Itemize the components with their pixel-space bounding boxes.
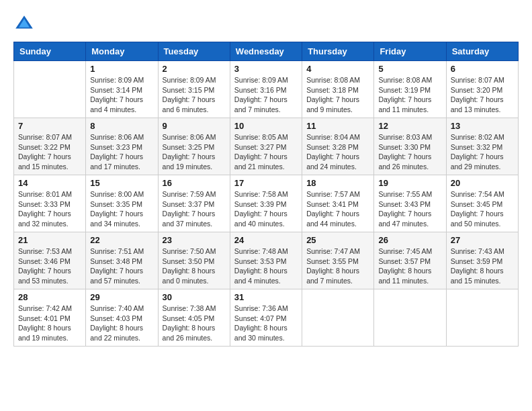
calendar-cell-w5-d4 xyxy=(302,289,374,347)
week-row-1: 1Sunrise: 8:09 AMSunset: 3:14 PMDaylight… xyxy=(14,61,519,118)
day-info: Sunrise: 8:02 AMSunset: 3:32 PMDaylight:… xyxy=(451,132,514,172)
day-info: Sunrise: 8:07 AMSunset: 3:22 PMDaylight:… xyxy=(18,132,81,172)
day-info: Sunrise: 8:07 AMSunset: 3:20 PMDaylight:… xyxy=(451,75,514,115)
calendar-cell-w1-d6: 6Sunrise: 8:07 AMSunset: 3:20 PMDaylight… xyxy=(446,61,518,118)
calendar-cell-w1-d1: 1Sunrise: 8:09 AMSunset: 3:14 PMDaylight… xyxy=(86,61,158,118)
day-number: 8 xyxy=(90,121,153,131)
calendar-cell-w5-d0: 28Sunrise: 7:42 AMSunset: 4:01 PMDayligh… xyxy=(14,289,86,347)
calendar-body: 1Sunrise: 8:09 AMSunset: 3:14 PMDaylight… xyxy=(14,61,519,347)
calendar-cell-w2-d3: 10Sunrise: 8:05 AMSunset: 3:27 PMDayligh… xyxy=(230,118,302,175)
day-info: Sunrise: 7:51 AMSunset: 3:48 PMDaylight:… xyxy=(90,246,153,286)
calendar-cell-w4-d4: 25Sunrise: 7:47 AMSunset: 3:55 PMDayligh… xyxy=(302,232,374,289)
calendar-cell-w1-d2: 2Sunrise: 8:09 AMSunset: 3:15 PMDaylight… xyxy=(158,61,230,118)
day-number: 20 xyxy=(451,178,514,188)
logo xyxy=(13,13,38,35)
col-thursday: Thursday xyxy=(302,42,374,61)
calendar-cell-w4-d3: 24Sunrise: 7:48 AMSunset: 3:53 PMDayligh… xyxy=(230,232,302,289)
day-number: 14 xyxy=(18,178,81,188)
day-number: 7 xyxy=(18,121,81,131)
day-number: 11 xyxy=(306,121,369,131)
calendar-cell-w5-d5 xyxy=(374,289,446,347)
day-info: Sunrise: 7:38 AMSunset: 4:05 PMDaylight:… xyxy=(163,304,226,343)
col-sunday: Sunday xyxy=(14,42,86,61)
calendar-cell-w1-d5: 5Sunrise: 8:08 AMSunset: 3:19 PMDaylight… xyxy=(374,61,446,118)
calendar-cell-w3-d0: 14Sunrise: 8:01 AMSunset: 3:33 PMDayligh… xyxy=(14,175,86,232)
calendar-cell-w4-d2: 23Sunrise: 7:50 AMSunset: 3:50 PMDayligh… xyxy=(158,232,230,289)
day-number: 30 xyxy=(163,292,226,302)
day-info: Sunrise: 7:58 AMSunset: 3:39 PMDaylight:… xyxy=(234,189,298,229)
calendar-cell-w5-d1: 29Sunrise: 7:40 AMSunset: 4:03 PMDayligh… xyxy=(86,289,158,347)
day-number: 9 xyxy=(163,121,226,131)
day-number: 17 xyxy=(234,178,298,188)
day-info: Sunrise: 8:00 AMSunset: 3:35 PMDaylight:… xyxy=(90,189,153,229)
day-number: 5 xyxy=(378,64,441,74)
day-info: Sunrise: 7:50 AMSunset: 3:50 PMDaylight:… xyxy=(163,246,226,286)
day-number: 10 xyxy=(234,121,298,131)
day-number: 4 xyxy=(306,64,369,74)
day-number: 21 xyxy=(18,235,81,245)
calendar-cell-w2-d6: 13Sunrise: 8:02 AMSunset: 3:32 PMDayligh… xyxy=(446,118,518,175)
day-info: Sunrise: 8:03 AMSunset: 3:30 PMDaylight:… xyxy=(378,132,441,172)
day-number: 2 xyxy=(163,64,226,74)
day-number: 29 xyxy=(90,292,153,302)
calendar-cell-w1-d4: 4Sunrise: 8:08 AMSunset: 3:18 PMDaylight… xyxy=(302,61,374,118)
day-number: 12 xyxy=(378,121,441,131)
day-info: Sunrise: 8:05 AMSunset: 3:27 PMDaylight:… xyxy=(234,132,298,172)
calendar-cell-w2-d2: 9Sunrise: 8:06 AMSunset: 3:25 PMDaylight… xyxy=(158,118,230,175)
day-info: Sunrise: 8:01 AMSunset: 3:33 PMDaylight:… xyxy=(18,189,81,229)
day-info: Sunrise: 7:42 AMSunset: 4:01 PMDaylight:… xyxy=(18,304,81,343)
day-info: Sunrise: 7:45 AMSunset: 3:57 PMDaylight:… xyxy=(378,246,441,286)
col-saturday: Saturday xyxy=(446,42,518,61)
day-number: 13 xyxy=(451,121,514,131)
col-friday: Friday xyxy=(374,42,446,61)
day-number: 16 xyxy=(163,178,226,188)
week-row-4: 21Sunrise: 7:53 AMSunset: 3:46 PMDayligh… xyxy=(14,232,519,289)
day-info: Sunrise: 7:36 AMSunset: 4:07 PMDaylight:… xyxy=(234,304,298,343)
day-info: Sunrise: 7:54 AMSunset: 3:45 PMDaylight:… xyxy=(451,189,514,229)
header-row: Sunday Monday Tuesday Wednesday Thursday… xyxy=(14,42,519,61)
calendar-cell-w1-d3: 3Sunrise: 8:09 AMSunset: 3:16 PMDaylight… xyxy=(230,61,302,118)
calendar-cell-w3-d4: 18Sunrise: 7:57 AMSunset: 3:41 PMDayligh… xyxy=(302,175,374,232)
day-number: 22 xyxy=(90,235,153,245)
day-info: Sunrise: 8:09 AMSunset: 3:16 PMDaylight:… xyxy=(234,75,298,115)
calendar-cell-w2-d5: 12Sunrise: 8:03 AMSunset: 3:30 PMDayligh… xyxy=(374,118,446,175)
day-number: 24 xyxy=(234,235,298,245)
day-info: Sunrise: 7:47 AMSunset: 3:55 PMDaylight:… xyxy=(306,246,369,286)
week-row-5: 28Sunrise: 7:42 AMSunset: 4:01 PMDayligh… xyxy=(14,289,519,347)
calendar-cell-w4-d6: 27Sunrise: 7:43 AMSunset: 3:59 PMDayligh… xyxy=(446,232,518,289)
day-info: Sunrise: 8:09 AMSunset: 3:15 PMDaylight:… xyxy=(163,75,226,115)
calendar-cell-w4-d1: 22Sunrise: 7:51 AMSunset: 3:48 PMDayligh… xyxy=(86,232,158,289)
day-info: Sunrise: 8:08 AMSunset: 3:19 PMDaylight:… xyxy=(378,75,441,115)
calendar-cell-w2-d1: 8Sunrise: 8:06 AMSunset: 3:23 PMDaylight… xyxy=(86,118,158,175)
calendar-cell-w5-d2: 30Sunrise: 7:38 AMSunset: 4:05 PMDayligh… xyxy=(158,289,230,347)
col-tuesday: Tuesday xyxy=(158,42,230,61)
calendar-cell-w5-d6 xyxy=(446,289,518,347)
calendar-cell-w4-d0: 21Sunrise: 7:53 AMSunset: 3:46 PMDayligh… xyxy=(14,232,86,289)
day-info: Sunrise: 8:04 AMSunset: 3:28 PMDaylight:… xyxy=(306,132,369,172)
calendar-cell-w3-d1: 15Sunrise: 8:00 AMSunset: 3:35 PMDayligh… xyxy=(86,175,158,232)
calendar-cell-w3-d2: 16Sunrise: 7:59 AMSunset: 3:37 PMDayligh… xyxy=(158,175,230,232)
day-info: Sunrise: 8:06 AMSunset: 3:25 PMDaylight:… xyxy=(163,132,226,172)
day-number: 28 xyxy=(18,292,81,302)
day-number: 3 xyxy=(234,64,298,74)
calendar-cell-w3-d6: 20Sunrise: 7:54 AMSunset: 3:45 PMDayligh… xyxy=(446,175,518,232)
calendar-cell-w3-d5: 19Sunrise: 7:55 AMSunset: 3:43 PMDayligh… xyxy=(374,175,446,232)
day-number: 1 xyxy=(90,64,153,74)
day-info: Sunrise: 7:43 AMSunset: 3:59 PMDaylight:… xyxy=(451,246,514,286)
day-info: Sunrise: 7:40 AMSunset: 4:03 PMDaylight:… xyxy=(90,304,153,343)
calendar-table: Sunday Monday Tuesday Wednesday Thursday… xyxy=(13,42,519,347)
day-info: Sunrise: 8:08 AMSunset: 3:18 PMDaylight:… xyxy=(306,75,369,115)
day-info: Sunrise: 7:48 AMSunset: 3:53 PMDaylight:… xyxy=(234,246,298,286)
day-number: 23 xyxy=(163,235,226,245)
calendar-cell-w2-d0: 7Sunrise: 8:07 AMSunset: 3:22 PMDaylight… xyxy=(14,118,86,175)
calendar-cell-w4-d5: 26Sunrise: 7:45 AMSunset: 3:57 PMDayligh… xyxy=(374,232,446,289)
day-info: Sunrise: 8:09 AMSunset: 3:14 PMDaylight:… xyxy=(90,75,153,115)
day-info: Sunrise: 7:59 AMSunset: 3:37 PMDaylight:… xyxy=(163,189,226,229)
day-number: 26 xyxy=(378,235,441,245)
calendar-cell-w5-d3: 31Sunrise: 7:36 AMSunset: 4:07 PMDayligh… xyxy=(230,289,302,347)
calendar-cell-w2-d4: 11Sunrise: 8:04 AMSunset: 3:28 PMDayligh… xyxy=(302,118,374,175)
day-number: 15 xyxy=(90,178,153,188)
page-header xyxy=(13,13,519,35)
week-row-2: 7Sunrise: 8:07 AMSunset: 3:22 PMDaylight… xyxy=(14,118,519,175)
logo-icon xyxy=(13,13,35,35)
